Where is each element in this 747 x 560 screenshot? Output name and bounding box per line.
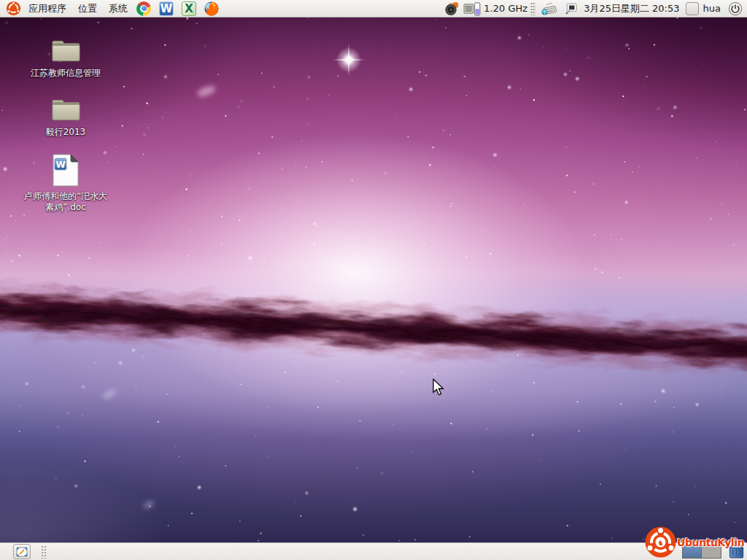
desktop-wallpaper: 江苏教师信息管理 毅行2013 W 卢师傅和他的“汜水大 素鸡”.doc [0, 18, 747, 542]
menu-places[interactable]: 位置 [72, 0, 103, 18]
chrome-launcher-icon[interactable] [136, 1, 151, 16]
excel-launcher-icon[interactable]: X [182, 1, 196, 16]
cpu-frequency-icon[interactable] [462, 1, 481, 16]
icon-label: 江苏教师信息管理 [31, 68, 101, 79]
top-panel: 应用程序 位置 系统 W X 1.20 GHz [0, 0, 747, 18]
watermark-text: UbuntuKylin [677, 537, 744, 548]
show-desktop-button[interactable] [13, 544, 31, 559]
user-avatar[interactable] [686, 2, 699, 15]
firefox-launcher-icon[interactable] [204, 1, 219, 16]
volume-mixer-icon[interactable] [444, 1, 459, 16]
svg-text:W: W [55, 160, 65, 170]
desktop-icon-doc[interactable]: W 卢师傅和他的“汜水大 素鸡”.doc [28, 153, 104, 212]
svg-text:♞: ♞ [657, 539, 664, 547]
ubuntukylin-watermark: ♞ UbuntuKylin [645, 526, 744, 558]
desktop-icon-folder-2[interactable]: 毅行2013 [28, 96, 104, 138]
system-tray: 1.20 GHz 3月25日星期二 20:53 hua [441, 1, 747, 16]
power-button-icon[interactable] [728, 1, 743, 16]
panel-drag-handle[interactable] [41, 545, 47, 559]
screen-tool-icon[interactable] [565, 1, 578, 16]
tray-separator [530, 2, 535, 15]
bright-star [331, 42, 366, 77]
icon-label: 卢师傅和他的“汜水大 素鸡”.doc [24, 191, 107, 212]
mouse-cursor [433, 378, 447, 397]
bottom-panel [0, 542, 747, 560]
cpu-frequency-label[interactable]: 1.20 GHz [484, 3, 527, 14]
folder-icon [50, 36, 82, 64]
menu-applications[interactable]: 应用程序 [23, 0, 72, 18]
menu-system[interactable]: 系统 [103, 0, 133, 18]
word-document-icon: W [51, 153, 80, 187]
ubuntu-menu-icon[interactable] [6, 1, 21, 16]
desktop-icon-folder-1[interactable]: 江苏教师信息管理 [28, 36, 104, 79]
icon-label: 毅行2013 [46, 127, 86, 138]
ubuntukylin-logo: ♞ [645, 526, 676, 558]
username-label[interactable]: hua [703, 3, 721, 14]
input-method-icon[interactable] [540, 1, 559, 16]
clock[interactable]: 3月25日星期二 20:53 [584, 2, 679, 15]
word-launcher-icon[interactable]: W [159, 1, 174, 16]
show-desktop-icon [16, 547, 28, 557]
folder-icon [50, 96, 82, 123]
